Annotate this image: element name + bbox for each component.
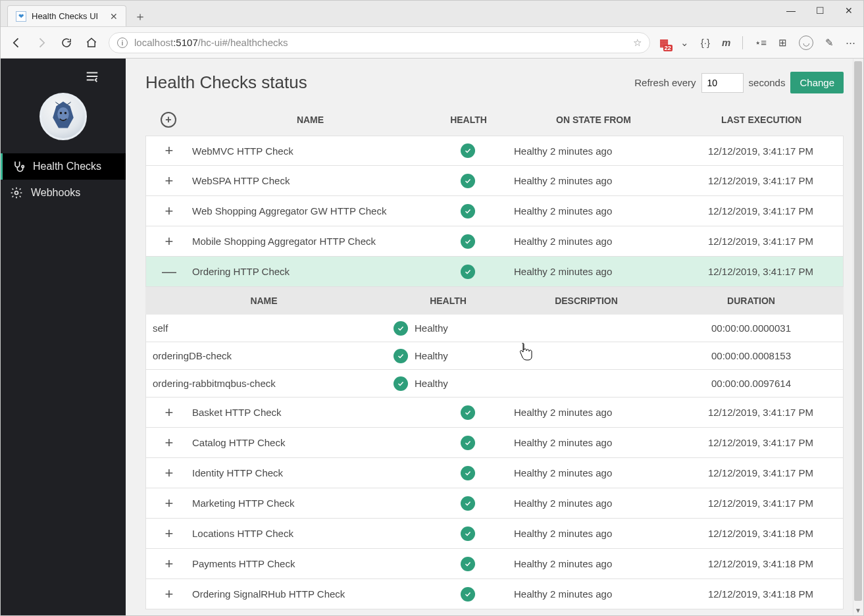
nav-home-icon[interactable] [84,35,99,51]
expand-icon[interactable]: + [146,404,192,421]
expand-icon[interactable]: + [146,555,192,573]
on-state-from: Healthy 2 minutes ago [507,498,678,509]
detail-col-name: NAME [145,295,382,306]
table-row[interactable]: +Basket HTTP CheckHealthy 2 minutes ago1… [145,398,844,428]
detail-health: Healthy [383,376,515,391]
health-cell [428,234,507,249]
table-row[interactable]: —Ordering HTTP CheckHealthy 2 minutes ag… [145,257,844,287]
new-tab-button[interactable]: ＋ [130,7,150,26]
check-name: Marketing HTTP Check [192,498,428,509]
table-row[interactable]: +Locations HTTP CheckHealthy 2 minutes a… [145,519,844,549]
check-name: Payments HTTP Check [192,558,428,569]
expand-icon[interactable]: + [146,142,192,159]
last-execution: 12/12/2019, 3:41:18 PM [678,528,843,539]
favorites-icon[interactable]: ⋆≡ [755,37,767,49]
on-state-from: Healthy 2 minutes ago [507,407,678,418]
on-state-from: Healthy 2 minutes ago [507,588,678,600]
detail-duration: 00:00:00.0000031 [659,322,843,334]
last-execution: 12/12/2019, 3:41:18 PM [678,588,843,600]
scroll-down-icon[interactable]: ▼ [853,605,863,615]
sidebar-item-health-checks[interactable]: Health Checks [1,153,126,180]
collapse-icon[interactable]: — [146,263,192,280]
detail-health: Healthy [383,321,515,336]
detail-row: orderingDB-checkHealthy00:00:00.0008153 [145,342,844,370]
scrollbar[interactable]: ▲ ▼ [853,59,863,615]
more-menu-icon[interactable]: ⋯ [846,37,855,49]
table-row[interactable]: +Web Shopping Aggregator GW HTTP CheckHe… [145,196,844,226]
expand-icon[interactable]: + [146,434,192,451]
window-close-icon[interactable]: ✕ [834,1,863,20]
window-minimize-icon[interactable]: ― [776,1,805,20]
change-button[interactable]: Change [790,72,844,93]
on-state-from: Healthy 2 minutes ago [507,558,678,569]
expand-icon[interactable]: + [146,495,192,512]
table-row[interactable]: +WebMVC HTTP CheckHealthy 2 minutes ago1… [145,136,844,166]
scroll-thumb[interactable] [854,61,862,601]
profile-avatar-icon[interactable]: ◡ [799,36,813,50]
nav-refresh-icon[interactable] [59,35,74,51]
check-ok-icon [394,349,408,363]
app-sidebar: Health Checks Webhooks [1,59,126,615]
table-row[interactable]: +Marketing HTTP CheckHealthy 2 minutes a… [145,488,844,519]
check-ok-icon [461,405,475,420]
browser-toolbar: i localhost:5107/hc-ui#/healthchecks ☆ ▦… [1,27,863,59]
expand-all-icon[interactable]: + [161,112,176,128]
check-name: WebSPA HTTP Check [192,175,428,186]
last-execution: 12/12/2019, 3:41:17 PM [678,498,843,509]
table-row[interactable]: +Ordering SignalRHub HTTP CheckHealthy 2… [145,579,844,609]
sidebar-item-label: Health Checks [33,161,101,172]
close-tab-icon[interactable]: ✕ [110,11,118,22]
table-header: + NAME HEALTH ON STATE FROM LAST EXECUTI… [145,104,844,136]
expand-icon[interactable]: + [146,525,192,542]
toolbar-divider [742,36,743,49]
expand-icon[interactable]: + [146,465,192,482]
expand-icon[interactable]: + [146,203,192,220]
feedback-icon[interactable]: ✎ [825,37,834,49]
detail-duration: 00:00:00.0008153 [659,350,843,361]
collections-icon[interactable]: ⊞ [778,37,787,49]
check-ok-icon [461,143,475,158]
sidebar-item-webhooks[interactable]: Webhooks [1,180,126,206]
health-cell [428,436,507,450]
ext-pocket-icon[interactable]: ⌄ [680,37,689,49]
address-bar[interactable]: i localhost:5107/hc-ui#/healthchecks ☆ [109,32,650,53]
expand-icon[interactable]: + [146,172,192,190]
last-execution: 12/12/2019, 3:41:17 PM [678,467,843,478]
table-row[interactable]: +Identity HTTP CheckHealthy 2 minutes ag… [145,458,844,488]
ext-m-icon[interactable]: m [722,37,730,48]
refresh-interval-input[interactable] [701,73,744,93]
expand-icon[interactable]: + [146,586,192,603]
health-cell [428,204,507,218]
sidebar-toggle-icon[interactable] [85,69,99,84]
window-maximize-icon[interactable]: ☐ [805,1,834,20]
on-state-from: Healthy 2 minutes ago [507,467,678,478]
ext-calendar-icon[interactable]: ▦22 [659,37,669,49]
check-name: Ordering HTTP Check [192,266,428,277]
ext-braces-icon[interactable]: {·} [701,37,710,48]
health-checks-table: + NAME HEALTH ON STATE FROM LAST EXECUTI… [145,104,844,609]
expand-icon[interactable]: + [146,233,192,250]
refresh-label-suffix: seconds [749,77,786,88]
detail-row: selfHealthy00:00:00.0000031 [145,315,844,342]
check-ok-icon [461,234,475,249]
table-row[interactable]: +Mobile Shopping Aggregator HTTP CheckHe… [145,226,844,257]
check-name: Basket HTTP Check [192,407,428,418]
site-info-icon[interactable]: i [117,38,128,48]
main-content: ▲ ▼ Health Checks status Refresh every s… [126,59,863,615]
svg-point-2 [64,112,67,115]
favorite-star-icon[interactable]: ☆ [633,37,642,49]
check-name: Ordering SignalRHub HTTP Check [192,588,428,600]
browser-tab[interactable]: ❤ Health Checks UI ✕ [7,5,126,26]
check-ok-icon [394,321,408,336]
on-state-from: Healthy 2 minutes ago [507,205,678,217]
on-state-from: Healthy 2 minutes ago [507,437,678,448]
page-title: Health Checks status [145,72,307,93]
last-execution: 12/12/2019, 3:41:17 PM [678,145,843,157]
browser-titlebar: ❤ Health Checks UI ✕ ＋ ― ☐ ✕ [1,1,863,27]
table-row[interactable]: +Payments HTTP CheckHealthy 2 minutes ag… [145,549,844,579]
nav-back-icon[interactable] [9,35,24,51]
check-ok-icon [461,265,475,279]
check-ok-icon [461,557,475,571]
table-row[interactable]: +Catalog HTTP CheckHealthy 2 minutes ago… [145,428,844,458]
table-row[interactable]: +WebSPA HTTP CheckHealthy 2 minutes ago1… [145,166,844,196]
